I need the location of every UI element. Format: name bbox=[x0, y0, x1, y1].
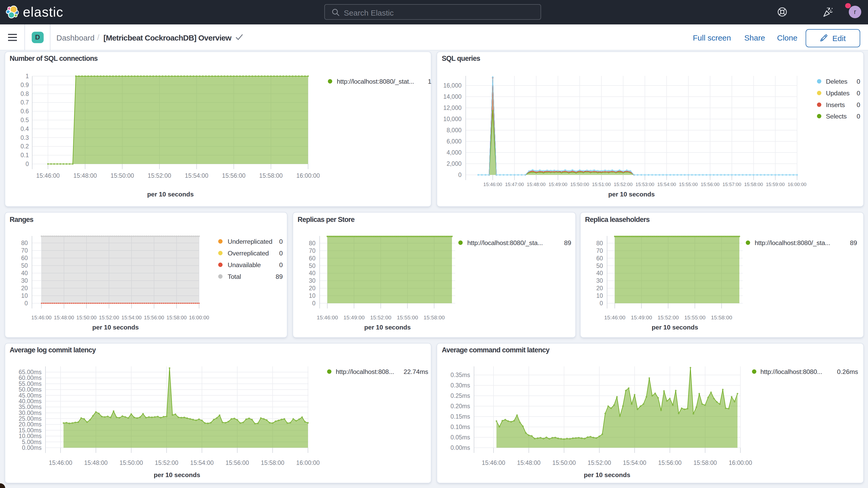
svg-text:15:58:00: 15:58:00 bbox=[423, 314, 445, 321]
svg-text:15:54:00: 15:54:00 bbox=[121, 315, 142, 321]
svg-text:15:49:00: 15:49:00 bbox=[630, 314, 652, 321]
svg-text:15:57:00: 15:57:00 bbox=[722, 181, 741, 187]
svg-text:50.00ms: 50.00ms bbox=[19, 386, 41, 393]
svg-text:60: 60 bbox=[596, 255, 603, 262]
svg-text:Underreplicated: Underreplicated bbox=[227, 238, 272, 245]
svg-text:15:58:00: 15:58:00 bbox=[693, 459, 717, 466]
svg-text:15:48:00: 15:48:00 bbox=[527, 181, 546, 187]
svg-text:15:50:00: 15:50:00 bbox=[76, 315, 96, 321]
svg-text:http://localhost:808...: http://localhost:808... bbox=[336, 368, 394, 375]
svg-text:80: 80 bbox=[596, 240, 603, 247]
svg-text:15:47:00: 15:47:00 bbox=[505, 181, 524, 187]
svg-text:40: 40 bbox=[21, 270, 28, 276]
svg-text:0.20ms: 0.20ms bbox=[451, 402, 470, 409]
svg-text:15:46:00: 15:46:00 bbox=[31, 315, 52, 321]
svg-text:20: 20 bbox=[596, 285, 603, 292]
svg-text:Updates: Updates bbox=[826, 89, 849, 96]
svg-text:0: 0 bbox=[312, 300, 315, 307]
svg-text:89: 89 bbox=[275, 273, 282, 280]
svg-text:http://localhost:8080/_stat...: http://localhost:8080/_stat... bbox=[337, 78, 414, 85]
svg-text:15:58:00: 15:58:00 bbox=[744, 181, 763, 187]
svg-text:15:46:00: 15:46:00 bbox=[49, 459, 72, 466]
svg-text:70: 70 bbox=[21, 247, 28, 254]
svg-text:15:46:00: 15:46:00 bbox=[482, 459, 505, 466]
svg-text:15:58:00: 15:58:00 bbox=[166, 315, 186, 321]
svg-text:http://localhost:8080/_sta...: http://localhost:8080/_sta... bbox=[754, 239, 830, 246]
svg-text:14,000: 14,000 bbox=[443, 93, 462, 100]
svg-text:Deletes: Deletes bbox=[826, 78, 847, 85]
svg-text:15:56:00: 15:56:00 bbox=[225, 459, 249, 466]
svg-text:16:00:00: 16:00:00 bbox=[296, 459, 319, 466]
svg-text:12,000: 12,000 bbox=[443, 104, 462, 111]
svg-text:15:49:00: 15:49:00 bbox=[343, 314, 364, 321]
svg-text:per 10 seconds: per 10 seconds bbox=[608, 190, 655, 197]
svg-text:15:46:00: 15:46:00 bbox=[316, 314, 338, 321]
svg-text:30.00ms: 30.00ms bbox=[19, 409, 41, 416]
svg-text:0.15ms: 0.15ms bbox=[451, 413, 470, 420]
svg-text:0.25ms: 0.25ms bbox=[451, 392, 470, 399]
svg-text:50: 50 bbox=[596, 263, 603, 269]
svg-text:15:51:00: 15:51:00 bbox=[592, 181, 611, 187]
svg-text:0: 0 bbox=[857, 101, 860, 108]
svg-text:per 10 seconds: per 10 seconds bbox=[153, 471, 200, 478]
svg-text:15:55:00: 15:55:00 bbox=[397, 314, 418, 321]
svg-text:0.35ms: 0.35ms bbox=[451, 371, 470, 378]
svg-text:70: 70 bbox=[596, 247, 603, 254]
svg-text:55.00ms: 55.00ms bbox=[19, 380, 41, 387]
svg-text:per 10 seconds: per 10 seconds bbox=[92, 324, 138, 331]
svg-text:15:58:00: 15:58:00 bbox=[259, 172, 282, 179]
svg-text:40: 40 bbox=[596, 270, 603, 276]
svg-text:15:52:00: 15:52:00 bbox=[155, 459, 178, 466]
svg-text:10.00ms: 10.00ms bbox=[19, 432, 41, 439]
svg-text:15:59:00: 15:59:00 bbox=[766, 181, 784, 187]
svg-text:Selects: Selects bbox=[826, 113, 847, 120]
svg-text:0.10ms: 0.10ms bbox=[451, 423, 470, 430]
svg-text:0: 0 bbox=[857, 78, 860, 85]
svg-text:30: 30 bbox=[21, 277, 28, 284]
svg-text:15:56:00: 15:56:00 bbox=[144, 315, 164, 321]
svg-text:0: 0 bbox=[857, 89, 860, 96]
svg-text:15:56:00: 15:56:00 bbox=[658, 459, 681, 466]
svg-text:per 10 seconds: per 10 seconds bbox=[584, 471, 630, 478]
svg-text:0.2: 0.2 bbox=[20, 143, 29, 149]
svg-text:80: 80 bbox=[21, 240, 28, 246]
svg-text:4,000: 4,000 bbox=[446, 149, 462, 156]
svg-text:http://localhost:8080/_sta...: http://localhost:8080/_sta... bbox=[467, 239, 542, 246]
svg-text:15:54:00: 15:54:00 bbox=[185, 172, 208, 179]
svg-text:15:58:00: 15:58:00 bbox=[261, 459, 284, 466]
svg-text:per 10 seconds: per 10 seconds bbox=[147, 190, 193, 197]
svg-text:35.00ms: 35.00ms bbox=[19, 403, 41, 410]
svg-text:0: 0 bbox=[25, 160, 29, 167]
svg-text:80: 80 bbox=[308, 240, 315, 247]
svg-text:15:56:00: 15:56:00 bbox=[222, 172, 245, 179]
svg-text:0.5: 0.5 bbox=[20, 116, 29, 123]
svg-text:40.00ms: 40.00ms bbox=[19, 398, 41, 404]
svg-text:per 10 seconds: per 10 seconds bbox=[364, 324, 410, 331]
svg-text:0.3: 0.3 bbox=[20, 134, 29, 141]
svg-text:0.00ms: 0.00ms bbox=[22, 444, 41, 451]
svg-text:0.05ms: 0.05ms bbox=[451, 434, 470, 440]
svg-text:10,000: 10,000 bbox=[443, 115, 462, 122]
svg-text:15:46:00: 15:46:00 bbox=[604, 314, 625, 321]
svg-text:0.26ms: 0.26ms bbox=[837, 368, 858, 375]
svg-text:0: 0 bbox=[24, 300, 28, 307]
svg-text:15:46:00: 15:46:00 bbox=[36, 172, 59, 179]
svg-text:10: 10 bbox=[596, 292, 603, 299]
svg-text:15:50:00: 15:50:00 bbox=[110, 172, 133, 179]
svg-text:15:50:00: 15:50:00 bbox=[570, 181, 589, 187]
svg-text:50: 50 bbox=[21, 262, 28, 269]
svg-text:50: 50 bbox=[308, 263, 315, 269]
svg-text:15:56:00: 15:56:00 bbox=[701, 181, 719, 187]
svg-text:Unavailable: Unavailable bbox=[227, 262, 260, 268]
svg-text:10: 10 bbox=[21, 292, 28, 299]
svg-text:15:46:00: 15:46:00 bbox=[484, 181, 502, 187]
svg-text:Inserts: Inserts bbox=[826, 101, 845, 108]
svg-text:16,000: 16,000 bbox=[443, 82, 462, 89]
svg-text:15:52:00: 15:52:00 bbox=[657, 314, 679, 321]
svg-text:0.9: 0.9 bbox=[20, 81, 29, 88]
svg-text:0.4: 0.4 bbox=[20, 125, 29, 132]
svg-text:0: 0 bbox=[279, 262, 282, 268]
svg-text:1: 1 bbox=[428, 78, 431, 85]
svg-text:5.00ms: 5.00ms bbox=[22, 438, 41, 445]
svg-text:15:50:00: 15:50:00 bbox=[119, 459, 143, 466]
